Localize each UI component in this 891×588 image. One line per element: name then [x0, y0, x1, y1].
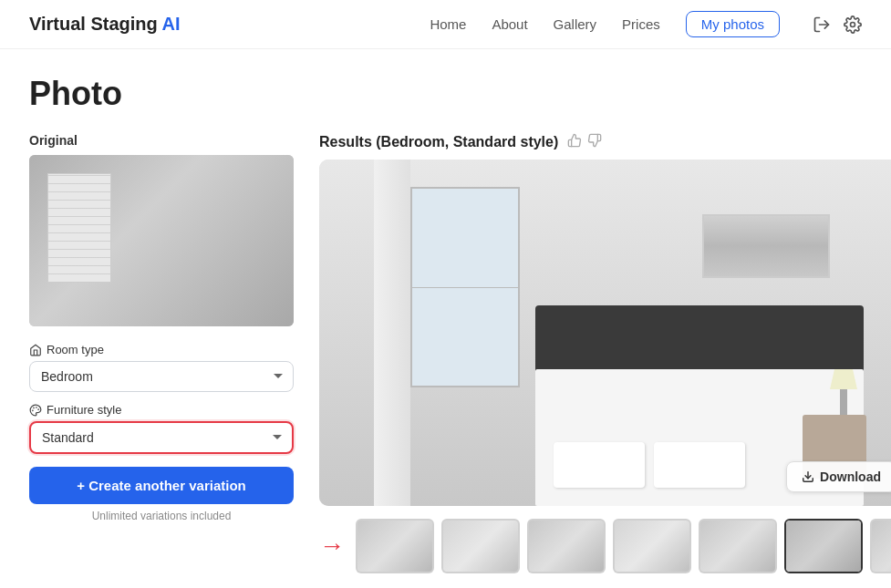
logo-text: Virtual Staging: [29, 14, 158, 34]
download-button[interactable]: Download: [786, 461, 891, 492]
lamp-shade: [830, 369, 857, 389]
results-label: Results (Bedroom, Standard style): [319, 134, 558, 150]
nav-link-prices[interactable]: Prices: [622, 16, 660, 32]
thumbsdown-icon[interactable]: [587, 133, 602, 150]
download-icon: [802, 470, 814, 483]
pillow2: [654, 442, 745, 488]
wall-painting-inner: [704, 216, 828, 276]
wall-painting: [702, 214, 830, 278]
nav-icon-group: [813, 15, 862, 34]
room-type-select[interactable]: Living room Bedroom Kitchen Bathroom Off…: [29, 361, 294, 392]
arrow-container: →: [319, 531, 345, 561]
home-icon: [29, 344, 42, 356]
result-image-bg: [319, 160, 891, 506]
results-header: Results (Bedroom, Standard style): [319, 133, 891, 150]
furniture-style-label: Furniture style: [29, 403, 294, 417]
room-type-label: Room type: [29, 343, 294, 356]
thumbnail-6[interactable]: [784, 519, 863, 573]
furniture-style-select[interactable]: Standard Modern Classic Scandinavian Ind…: [29, 421, 294, 454]
arrow-icon: →: [319, 531, 345, 561]
nav-link-home[interactable]: Home: [430, 16, 466, 32]
svg-point-3: [38, 408, 39, 409]
thumbnail-5[interactable]: [699, 519, 777, 573]
original-image-bg: [29, 155, 294, 326]
left-panel: Original Room type Living room Bedroom K…: [29, 133, 294, 522]
logo-ai: AI: [162, 14, 181, 34]
original-label: Original: [29, 133, 294, 148]
nav-link-about[interactable]: About: [492, 16, 527, 32]
palette-icon: [29, 404, 42, 417]
nav-link-gallery[interactable]: Gallery: [554, 16, 597, 32]
pillow1: [554, 442, 645, 488]
logout-button[interactable]: [813, 15, 831, 34]
thumbnails-row: →: [319, 519, 891, 573]
navigation: Home About Gallery Prices My photos: [430, 11, 862, 37]
furniture-style-row: Furniture style Standard Modern Classic …: [29, 403, 294, 454]
lamp-base: [840, 389, 847, 415]
header: Virtual Staging AI Home About Gallery Pr…: [0, 0, 891, 49]
main-content: Photo Original Room type Living room Bed…: [0, 49, 891, 588]
svg-point-4: [34, 407, 35, 408]
page-title: Photo: [29, 75, 862, 113]
thumbnail-7[interactable]: [870, 519, 891, 573]
window-area: [47, 173, 111, 283]
image-actions: Download: [786, 460, 891, 493]
room-type-row: Room type Living room Bedroom Kitchen Ba…: [29, 343, 294, 392]
thumbnail-3[interactable]: [527, 519, 606, 573]
thumbnail-1[interactable]: [356, 519, 434, 573]
original-image: [29, 155, 294, 326]
thumbnail-2[interactable]: [441, 519, 520, 573]
thumbnail-4[interactable]: [613, 519, 691, 573]
content-area: Original Room type Living room Bedroom K…: [29, 133, 862, 573]
svg-point-5: [33, 410, 34, 411]
svg-point-1: [851, 22, 855, 26]
svg-point-2: [36, 407, 37, 407]
lamp: [830, 369, 857, 415]
settings-button[interactable]: [844, 15, 862, 34]
thumbsup-icon[interactable]: [567, 133, 582, 150]
my-photos-button[interactable]: My photos: [686, 11, 780, 37]
right-panel: Results (Bedroom, Standard style): [319, 133, 891, 573]
feedback-icons: [567, 133, 602, 150]
result-window: [410, 187, 520, 387]
logo: Virtual Staging AI: [29, 14, 181, 35]
create-variation-button[interactable]: + Create another variation: [29, 467, 294, 504]
unlimited-note: Unlimited variations included: [29, 510, 294, 522]
result-image: Download: [319, 160, 891, 506]
curtain-left: [374, 160, 410, 506]
